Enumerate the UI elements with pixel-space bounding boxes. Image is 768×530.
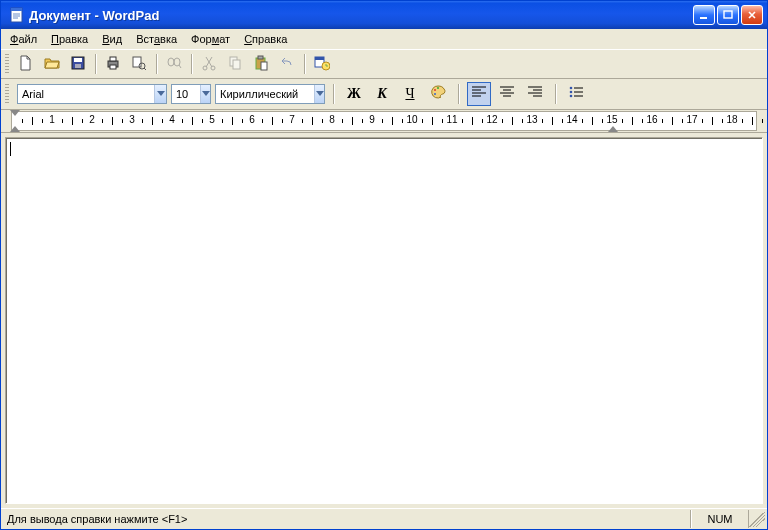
dropdown-arrow-icon[interactable] [154, 85, 166, 103]
datetime-button[interactable] [310, 52, 334, 76]
menu-edit[interactable]: Правка [44, 31, 95, 47]
print-preview-icon [131, 55, 147, 73]
ruler-label: 6 [249, 114, 255, 125]
find-button[interactable] [162, 52, 186, 76]
printer-icon [105, 55, 121, 73]
align-right-button[interactable] [523, 82, 547, 106]
titlebar: Документ - WordPad [1, 1, 767, 29]
window: Документ - WordPad Файл Правка Вид Встав… [0, 0, 768, 530]
first-line-indent-marker[interactable] [10, 110, 20, 116]
menubar: Файл Правка Вид Вставка Формат Справка [1, 29, 767, 50]
ruler-label: 11 [446, 114, 457, 125]
ruler[interactable]: 123456789101112131415161718 [1, 110, 767, 133]
copy-button[interactable] [223, 52, 247, 76]
svg-rect-26 [315, 57, 324, 67]
ruler-label: 3 [129, 114, 135, 125]
find-icon [166, 55, 182, 73]
ruler-label: 13 [526, 114, 537, 125]
maximize-button[interactable] [717, 5, 739, 25]
svg-rect-9 [75, 64, 81, 68]
ruler-label: 7 [289, 114, 295, 125]
italic-button[interactable]: К [370, 82, 394, 106]
open-button[interactable] [40, 52, 64, 76]
text-editor[interactable] [5, 137, 763, 504]
font-combo[interactable] [17, 84, 167, 104]
caret [10, 142, 11, 156]
status-num: NUM [691, 510, 749, 528]
menu-file[interactable]: Файл [3, 31, 44, 47]
svg-point-28 [322, 62, 330, 70]
svg-point-30 [434, 93, 436, 95]
right-indent-marker[interactable] [608, 126, 618, 132]
align-left-icon [472, 86, 486, 102]
menu-help[interactable]: Справка [237, 31, 294, 47]
svg-line-15 [144, 68, 146, 70]
separator [191, 54, 192, 74]
resize-grip-icon[interactable] [749, 511, 765, 527]
svg-point-19 [203, 66, 207, 70]
svg-rect-5 [700, 17, 707, 19]
ruler-label: 5 [209, 114, 215, 125]
toolbar-grip[interactable] [5, 84, 9, 104]
datetime-icon [314, 55, 330, 73]
ruler-label: 10 [406, 114, 417, 125]
undo-icon [279, 55, 295, 73]
dropdown-arrow-icon[interactable] [200, 85, 210, 103]
svg-point-17 [174, 58, 180, 66]
statusbar: Для вывода справки нажмите <F1> NUM [1, 508, 767, 529]
close-button[interactable] [741, 5, 763, 25]
svg-point-48 [570, 95, 573, 98]
minimize-button[interactable] [693, 5, 715, 25]
svg-point-20 [211, 66, 215, 70]
svg-rect-10 [108, 61, 118, 67]
align-center-button[interactable] [495, 82, 519, 106]
ruler-label: 9 [369, 114, 375, 125]
svg-point-31 [437, 87, 439, 89]
menu-format[interactable]: Формат [184, 31, 237, 47]
print-button[interactable] [101, 52, 125, 76]
menu-insert[interactable]: Вставка [129, 31, 184, 47]
ruler-label: 2 [89, 114, 95, 125]
charset-input[interactable] [216, 85, 314, 103]
ruler-label: 8 [329, 114, 335, 125]
separator [95, 54, 96, 74]
svg-rect-1 [11, 8, 22, 11]
svg-rect-24 [258, 56, 263, 59]
font-size-input[interactable] [172, 85, 200, 103]
dropdown-arrow-icon[interactable] [314, 85, 324, 103]
underline-button[interactable]: Ч [398, 82, 422, 106]
paste-icon [253, 55, 269, 73]
svg-rect-21 [230, 57, 237, 66]
svg-rect-13 [133, 57, 141, 67]
toolbar-grip[interactable] [5, 54, 9, 74]
svg-point-16 [168, 58, 174, 66]
left-indent-marker[interactable] [10, 126, 20, 132]
window-title: Документ - WordPad [29, 8, 693, 23]
svg-rect-0 [11, 8, 22, 22]
charset-combo[interactable] [215, 84, 325, 104]
svg-rect-23 [256, 58, 265, 69]
bullets-icon [569, 86, 583, 102]
svg-rect-22 [233, 60, 240, 69]
separator [333, 84, 334, 104]
color-button[interactable] [426, 82, 450, 106]
font-size-combo[interactable] [171, 84, 211, 104]
print-preview-button[interactable] [127, 52, 151, 76]
font-input[interactable] [18, 85, 154, 103]
ruler-label: 18 [726, 114, 737, 125]
bold-button[interactable]: Ж [342, 82, 366, 106]
format-toolbar: Ж К Ч [1, 79, 767, 110]
svg-rect-6 [724, 11, 732, 18]
align-left-button[interactable] [467, 82, 491, 106]
align-center-icon [500, 86, 514, 102]
status-help-text: Для вывода справки нажмите <F1> [1, 510, 691, 528]
cut-button[interactable] [197, 52, 221, 76]
menu-view[interactable]: Вид [95, 31, 129, 47]
save-button[interactable] [66, 52, 90, 76]
ruler-label: 15 [606, 114, 617, 125]
undo-button[interactable] [275, 52, 299, 76]
new-button[interactable] [14, 52, 38, 76]
paste-button[interactable] [249, 52, 273, 76]
bullets-button[interactable] [564, 82, 588, 106]
svg-point-46 [570, 91, 573, 94]
